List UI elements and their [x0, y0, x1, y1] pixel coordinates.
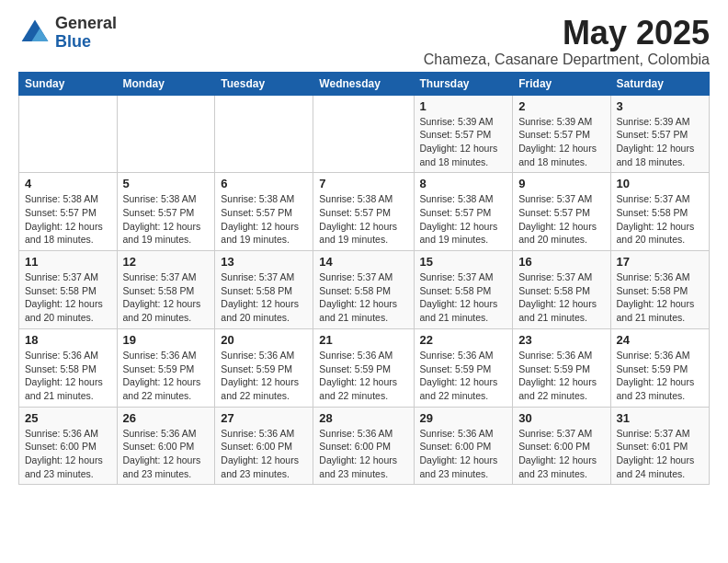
day-info: Sunrise: 5:37 AM Sunset: 5:57 PM Dayligh…: [518, 192, 604, 247]
calendar-cell: 22Sunrise: 5:36 AM Sunset: 5:59 PM Dayli…: [414, 328, 513, 407]
weekday-header-tuesday: Tuesday: [215, 72, 313, 95]
day-number: 6: [221, 177, 307, 190]
page-header: General Blue May 2025 Chameza, Casanare …: [18, 15, 710, 68]
logo-blue-text: Blue: [55, 33, 117, 52]
day-info: Sunrise: 5:38 AM Sunset: 5:57 PM Dayligh…: [319, 192, 407, 247]
calendar-cell: 29Sunrise: 5:36 AM Sunset: 6:00 PM Dayli…: [414, 407, 513, 485]
day-number: 26: [123, 411, 210, 425]
day-number: 16: [518, 255, 604, 269]
day-number: 18: [25, 333, 111, 347]
day-number: 31: [617, 411, 703, 425]
calendar-cell: 20Sunrise: 5:36 AM Sunset: 5:59 PM Dayli…: [215, 328, 313, 407]
calendar-cell: 25Sunrise: 5:36 AM Sunset: 6:00 PM Dayli…: [19, 407, 118, 485]
day-number: 9: [518, 177, 604, 190]
day-info: Sunrise: 5:38 AM Sunset: 5:57 PM Dayligh…: [123, 192, 210, 247]
calendar-cell: 23Sunrise: 5:36 AM Sunset: 5:59 PM Dayli…: [513, 328, 610, 407]
day-info: Sunrise: 5:36 AM Sunset: 5:58 PM Dayligh…: [25, 349, 111, 403]
day-number: 30: [518, 411, 604, 425]
calendar-week-row: 18Sunrise: 5:36 AM Sunset: 5:58 PM Dayli…: [19, 328, 710, 407]
day-number: 11: [25, 255, 111, 269]
calendar-cell: 16Sunrise: 5:37 AM Sunset: 5:58 PM Dayli…: [513, 251, 610, 329]
calendar-cell: 9Sunrise: 5:37 AM Sunset: 5:57 PM Daylig…: [513, 173, 610, 251]
logo-general-text: General: [55, 15, 117, 33]
weekday-header-monday: Monday: [117, 72, 215, 95]
calendar-week-row: 25Sunrise: 5:36 AM Sunset: 6:00 PM Dayli…: [19, 407, 710, 485]
calendar-cell: 3Sunrise: 5:39 AM Sunset: 5:57 PM Daylig…: [610, 95, 709, 173]
calendar-cell: 27Sunrise: 5:36 AM Sunset: 6:00 PM Dayli…: [215, 407, 313, 485]
day-info: Sunrise: 5:36 AM Sunset: 5:59 PM Dayligh…: [518, 349, 604, 403]
day-info: Sunrise: 5:37 AM Sunset: 5:58 PM Dayligh…: [518, 270, 604, 325]
day-number: 21: [319, 333, 407, 347]
location-title: Chameza, Casanare Department, Colombia: [424, 52, 710, 68]
day-number: 27: [221, 411, 307, 425]
day-info: Sunrise: 5:37 AM Sunset: 5:58 PM Dayligh…: [319, 270, 407, 325]
logo-icon: [18, 17, 51, 50]
day-info: Sunrise: 5:36 AM Sunset: 6:00 PM Dayligh…: [123, 427, 210, 481]
day-number: 28: [319, 411, 407, 425]
calendar-cell: 12Sunrise: 5:37 AM Sunset: 5:58 PM Dayli…: [117, 251, 215, 329]
day-info: Sunrise: 5:37 AM Sunset: 5:58 PM Dayligh…: [420, 270, 507, 325]
day-info: Sunrise: 5:39 AM Sunset: 5:57 PM Dayligh…: [617, 115, 703, 169]
calendar-cell: 1Sunrise: 5:39 AM Sunset: 5:57 PM Daylig…: [414, 95, 513, 173]
day-number: 7: [319, 177, 407, 190]
day-info: Sunrise: 5:36 AM Sunset: 5:59 PM Dayligh…: [221, 349, 307, 403]
day-number: 2: [518, 99, 604, 113]
calendar-cell: 15Sunrise: 5:37 AM Sunset: 5:58 PM Dayli…: [414, 251, 513, 329]
calendar-cell: 5Sunrise: 5:38 AM Sunset: 5:57 PM Daylig…: [117, 173, 215, 251]
day-info: Sunrise: 5:36 AM Sunset: 5:59 PM Dayligh…: [617, 349, 703, 403]
calendar-cell: 11Sunrise: 5:37 AM Sunset: 5:58 PM Dayli…: [19, 251, 118, 329]
day-info: Sunrise: 5:38 AM Sunset: 5:57 PM Dayligh…: [25, 192, 111, 247]
calendar-cell: [215, 95, 313, 173]
calendar-cell: 13Sunrise: 5:37 AM Sunset: 5:58 PM Dayli…: [215, 251, 313, 329]
day-number: 5: [123, 177, 210, 190]
calendar-cell: 8Sunrise: 5:38 AM Sunset: 5:57 PM Daylig…: [414, 173, 513, 251]
day-number: 10: [617, 177, 703, 190]
day-number: 3: [617, 99, 703, 113]
weekday-header-friday: Friday: [513, 72, 610, 95]
calendar-cell: 4Sunrise: 5:38 AM Sunset: 5:57 PM Daylig…: [19, 173, 118, 251]
calendar-cell: 17Sunrise: 5:36 AM Sunset: 5:58 PM Dayli…: [610, 251, 709, 329]
day-info: Sunrise: 5:36 AM Sunset: 6:00 PM Dayligh…: [25, 427, 111, 481]
day-info: Sunrise: 5:37 AM Sunset: 6:01 PM Dayligh…: [617, 427, 703, 481]
day-info: Sunrise: 5:37 AM Sunset: 5:58 PM Dayligh…: [617, 192, 703, 247]
calendar-cell: 26Sunrise: 5:36 AM Sunset: 6:00 PM Dayli…: [117, 407, 215, 485]
day-number: 12: [123, 255, 210, 269]
day-number: 1: [420, 99, 507, 113]
weekday-header-row: SundayMondayTuesdayWednesdayThursdayFrid…: [19, 72, 710, 95]
calendar-cell: 24Sunrise: 5:36 AM Sunset: 5:59 PM Dayli…: [610, 328, 709, 407]
calendar-cell: 21Sunrise: 5:36 AM Sunset: 5:59 PM Dayli…: [313, 328, 414, 407]
day-info: Sunrise: 5:36 AM Sunset: 5:59 PM Dayligh…: [123, 349, 210, 403]
day-number: 13: [221, 255, 307, 269]
calendar-cell: 30Sunrise: 5:37 AM Sunset: 6:00 PM Dayli…: [513, 407, 610, 485]
day-number: 23: [518, 333, 604, 347]
day-info: Sunrise: 5:36 AM Sunset: 6:00 PM Dayligh…: [420, 427, 507, 481]
day-number: 17: [617, 255, 703, 269]
day-info: Sunrise: 5:37 AM Sunset: 5:58 PM Dayligh…: [123, 270, 210, 325]
weekday-header-wednesday: Wednesday: [313, 72, 414, 95]
day-number: 24: [617, 333, 703, 347]
calendar-week-row: 11Sunrise: 5:37 AM Sunset: 5:58 PM Dayli…: [19, 251, 710, 329]
day-info: Sunrise: 5:36 AM Sunset: 6:00 PM Dayligh…: [221, 427, 307, 481]
day-number: 20: [221, 333, 307, 347]
calendar-cell: [19, 95, 118, 173]
day-info: Sunrise: 5:38 AM Sunset: 5:57 PM Dayligh…: [221, 192, 307, 247]
weekday-header-saturday: Saturday: [610, 72, 709, 95]
calendar-cell: 7Sunrise: 5:38 AM Sunset: 5:57 PM Daylig…: [313, 173, 414, 251]
day-info: Sunrise: 5:36 AM Sunset: 5:59 PM Dayligh…: [319, 349, 407, 403]
calendar-week-row: 1Sunrise: 5:39 AM Sunset: 5:57 PM Daylig…: [19, 95, 710, 173]
calendar-cell: 31Sunrise: 5:37 AM Sunset: 6:01 PM Dayli…: [610, 407, 709, 485]
weekday-header-thursday: Thursday: [414, 72, 513, 95]
day-number: 25: [25, 411, 111, 425]
calendar-cell: [313, 95, 414, 173]
calendar-table: SundayMondayTuesdayWednesdayThursdayFrid…: [18, 72, 710, 486]
day-info: Sunrise: 5:37 AM Sunset: 5:58 PM Dayligh…: [25, 270, 111, 325]
day-number: 19: [123, 333, 210, 347]
day-info: Sunrise: 5:36 AM Sunset: 5:59 PM Dayligh…: [420, 349, 507, 403]
calendar-cell: 19Sunrise: 5:36 AM Sunset: 5:59 PM Dayli…: [117, 328, 215, 407]
calendar-cell: [117, 95, 215, 173]
day-info: Sunrise: 5:38 AM Sunset: 5:57 PM Dayligh…: [420, 192, 507, 247]
calendar-cell: 2Sunrise: 5:39 AM Sunset: 5:57 PM Daylig…: [513, 95, 610, 173]
day-info: Sunrise: 5:39 AM Sunset: 5:57 PM Dayligh…: [420, 115, 507, 169]
calendar-cell: 18Sunrise: 5:36 AM Sunset: 5:58 PM Dayli…: [19, 328, 118, 407]
day-info: Sunrise: 5:36 AM Sunset: 6:00 PM Dayligh…: [319, 427, 407, 481]
